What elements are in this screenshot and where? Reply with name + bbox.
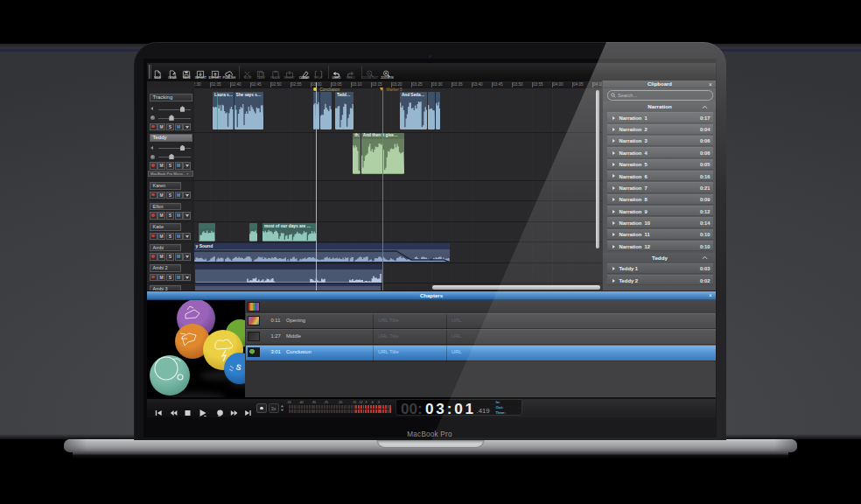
svg-text:S: S xyxy=(235,362,242,372)
